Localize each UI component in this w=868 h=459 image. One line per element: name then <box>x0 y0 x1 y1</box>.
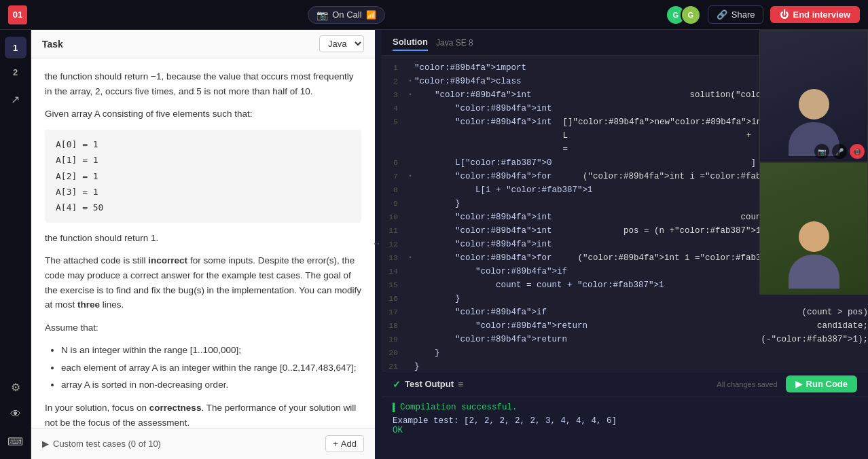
share-icon: 🔗 <box>717 10 727 20</box>
line-number: 6 <box>382 156 406 170</box>
end-interview-button[interactable]: ⏻ End interview <box>770 6 860 23</box>
person-2-head <box>799 221 829 252</box>
code-editor-area: 1 "color:#89b4fa">import java.util.*; 2 … <box>382 56 868 371</box>
code-panel: Solution Java SE 8 Reset Code 1 "color:#… <box>382 30 868 459</box>
code-line: 17 "color:#89b4fa">if (count > pos) <box>382 306 868 319</box>
video-mic-btn[interactable]: 🎤 <box>832 144 847 159</box>
task-footer: ▶ Custom test cases (0 of 10) + Add <box>31 428 375 459</box>
line-number: 5 <box>382 115 406 129</box>
share-button[interactable]: 🔗 Share <box>708 5 764 24</box>
test-panel: ✓ Test Output ≡ All changes saved ▶ Run … <box>382 371 868 459</box>
logo-icon: 01 <box>8 5 27 24</box>
person-1-head <box>799 89 829 120</box>
sidebar-settings-icon[interactable]: ⚙ <box>5 376 26 398</box>
video-overlay: 📷 🎤 📵 <box>759 56 868 295</box>
line-number: 8 <box>382 183 406 197</box>
line-code: "color:#89b4fa">int <box>414 88 689 102</box>
code-line: 19 "color:#89b4fa">return (-"color:#fab3… <box>382 333 868 346</box>
sidebar-eye-icon[interactable]: 👁 <box>5 403 26 425</box>
oncall-badge: 📷 On Call 📶 <box>308 6 384 24</box>
ok-result: OK <box>393 426 857 435</box>
test-result: Example test: [2, 2, 2, 2, 2, 3, 4, 4, 4… <box>393 416 857 426</box>
code-lang-label: Java SE 8 <box>436 38 473 48</box>
plus-icon: + <box>333 439 338 449</box>
task-para-1: the function should return −1, because t… <box>45 69 361 98</box>
panel-divider[interactable]: ⋮ <box>375 30 382 459</box>
logo: 01 <box>8 5 27 24</box>
line-number: 7 <box>382 170 406 183</box>
task-bullet-2: each element of array A is an integer wi… <box>61 361 361 375</box>
custom-tests-label: Custom test cases (0 of 10) <box>53 439 161 449</box>
compilation-text: Compilation successful. <box>393 403 518 412</box>
topbar-center: 📷 On Call 📶 <box>308 6 384 24</box>
power-icon: ⏻ <box>780 10 789 20</box>
task-para-6-bold: correctness <box>149 403 202 413</box>
line-number: 19 <box>382 333 406 346</box>
line-dot: • <box>406 75 414 88</box>
sidebar-external-link-icon[interactable]: ↗ <box>5 88 26 110</box>
tab-solution[interactable]: Solution <box>393 34 428 51</box>
sidebar-item-2[interactable]: 2 <box>5 61 26 83</box>
line-code: "color:#89b4fa">for <box>414 170 583 183</box>
task-para-4-suffix2: lines. <box>100 299 124 310</box>
line-number: 2 <box>382 75 406 88</box>
line-code: "color:#89b4fa">for <box>414 251 577 265</box>
task-title: Task <box>42 39 63 50</box>
line-number: 12 <box>382 238 406 251</box>
line-code: } <box>414 346 868 360</box>
avatar-2: G <box>681 5 701 25</box>
line-code: "color:#89b4fa">int <box>414 210 740 224</box>
task-para-3: the function should return 1. <box>45 231 361 246</box>
line-number: 14 <box>382 265 406 278</box>
video-cam-btn[interactable]: 📷 <box>814 144 829 159</box>
compilation-message: Compilation successful. <box>393 403 857 412</box>
sidebar: 1 2 ↗ ⚙ 👁 ⌨ <box>0 30 31 459</box>
code-tabs: Solution Java SE 8 <box>393 34 473 51</box>
task-code-block: A[0] = 1 A[1] = 1 A[2] = 1 A[3] = 1 A[4]… <box>45 130 361 223</box>
sidebar-item-1[interactable]: 1 <box>5 37 26 58</box>
oncall-label: On Call <box>332 10 361 20</box>
test-header: ✓ Test Output ≡ All changes saved ▶ Run … <box>382 371 868 397</box>
run-code-button[interactable]: ▶ Run Code <box>786 375 857 392</box>
code-line: 21 } <box>382 360 868 371</box>
line-code: "color:#89b4fa">if <box>414 265 771 278</box>
line-number: 15 <box>382 278 406 292</box>
test-output-title: Test Output <box>405 379 454 389</box>
test-title-group: ✓ Test Output ≡ <box>393 379 463 390</box>
line-number: 1 <box>382 61 406 75</box>
test-body: Compilation successful. Example test: [2… <box>382 397 868 459</box>
language-select[interactable]: Java <box>319 35 364 52</box>
signal-icon: 📶 <box>366 10 376 20</box>
code-line: 18 "color:#89b4fa">return candidate; <box>382 319 868 333</box>
task-body: the function should return −1, because t… <box>31 58 375 428</box>
line-code: "color:#89b4fa">import <box>414 61 807 75</box>
add-label: Add <box>341 439 357 449</box>
line-number: 11 <box>382 224 406 238</box>
expand-toggle-icon[interactable]: ≡ <box>458 379 463 390</box>
line-code: "color:#89b4fa">if <box>414 306 801 319</box>
example-value: [2, 2, 2, 2, 2, 3, 4, 4, 4, 6] <box>464 416 617 426</box>
person-2-container <box>760 163 867 294</box>
line-code: "color:#89b4fa">int <box>414 238 771 251</box>
video-end-call-btn[interactable]: 📵 <box>850 144 865 159</box>
sidebar-keyboard-icon[interactable]: ⌨ <box>5 430 26 452</box>
add-test-button[interactable]: + Add <box>325 435 364 452</box>
share-label: Share <box>731 10 755 20</box>
line-code: "color:#89b4fa">int <box>414 102 801 115</box>
task-para-6: In your solution, focus on correctness. … <box>45 401 361 428</box>
topbar-right: G G 🔗 Share ⏻ End interview <box>666 5 860 25</box>
video-box-1: 📷 🎤 📵 <box>759 56 868 162</box>
check-icon: ✓ <box>393 379 401 390</box>
chevron-right-icon: ▶ <box>42 439 49 449</box>
example-label: Example test: <box>393 416 459 426</box>
line-number: 9 <box>382 197 406 210</box>
camera-icon: 📷 <box>317 10 328 20</box>
person-2-body <box>789 255 839 289</box>
line-number: 20 <box>382 346 406 360</box>
custom-tests-toggle[interactable]: ▶ Custom test cases (0 of 10) <box>42 439 161 449</box>
line-dot: • <box>406 170 414 183</box>
line-code: "color:#89b4fa">return <box>414 319 817 333</box>
line-number: 18 <box>382 319 406 333</box>
video-controls-1: 📷 🎤 📵 <box>814 144 865 159</box>
task-para-4-prefix: The attached code is still <box>45 255 148 265</box>
